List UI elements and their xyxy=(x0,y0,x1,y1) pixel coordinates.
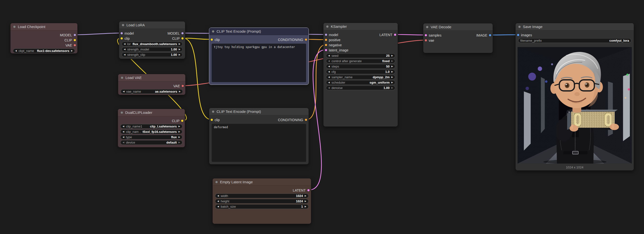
MODEL-output-slot[interactable] xyxy=(74,34,76,36)
widget-filename-prefix[interactable]: filename_prefixcomfyui_lora xyxy=(518,38,631,43)
increment-arrow-icon[interactable]: ▶ xyxy=(305,206,306,208)
widget-sampler-name[interactable]: ◀sampler_namedpmpp_2m▶ xyxy=(326,75,395,79)
increment-arrow-icon[interactable]: ▶ xyxy=(391,87,393,89)
increment-arrow-icon[interactable]: ▶ xyxy=(391,71,393,73)
decrement-arrow-icon[interactable]: ◀ xyxy=(217,206,219,208)
collapse-dot[interactable] xyxy=(212,110,214,113)
clip-input-slot[interactable] xyxy=(211,119,213,121)
increment-arrow-icon[interactable]: ▶ xyxy=(179,48,180,50)
widget-clip-name1[interactable]: ◀clip_name1clip_l.safetensors▶ xyxy=(120,124,182,129)
widget-scheduler[interactable]: ◀schedulersgm_uniform▶ xyxy=(326,80,395,85)
widget-batch-size[interactable]: ◀batch_size1▶ xyxy=(215,204,308,209)
collapse-dot[interactable] xyxy=(426,26,428,28)
decrement-arrow-icon[interactable]: ◀ xyxy=(122,136,124,138)
images-input-slot[interactable] xyxy=(517,34,519,36)
node-load-checkpoint[interactable]: Load CheckpointMODELCLIPVAE◀ckpt_nameflu… xyxy=(10,23,78,54)
decrement-arrow-icon[interactable]: ◀ xyxy=(328,71,330,73)
collapse-dot[interactable] xyxy=(326,25,328,28)
widget-width[interactable]: ◀width1024▶ xyxy=(215,194,308,198)
collapse-dot[interactable] xyxy=(212,30,214,33)
vae-input-slot[interactable] xyxy=(425,39,427,41)
widget-denoise[interactable]: ◀denoise1.00▶ xyxy=(326,86,395,90)
CLIP-output-slot[interactable] xyxy=(181,120,183,122)
model-input-slot[interactable] xyxy=(325,34,327,36)
widget-strength-clip[interactable]: ◀strength_clip1.00▶ xyxy=(122,52,182,57)
node-clip-negative[interactable]: CLIP Text Encode (Prompt)clipCONDITIONIN… xyxy=(209,108,309,165)
decrement-arrow-icon[interactable]: ◀ xyxy=(15,50,17,52)
samples-input-slot[interactable] xyxy=(425,34,427,36)
decrement-arrow-icon[interactable]: ◀ xyxy=(328,81,330,84)
collapse-dot[interactable] xyxy=(215,181,218,183)
widget-cfg[interactable]: ◀cfg1.0▶ xyxy=(326,69,395,74)
widget-lor-[interactable]: ◀lor ...flux_dreambooth.safetensors▶ xyxy=(122,42,182,46)
node-load-vae[interactable]: Load VAEVAE◀vae_nameae.safetensors▶ xyxy=(118,74,186,95)
node-ksampler[interactable]: KSamplermodelLATENTpositivenegativelaten… xyxy=(323,23,398,127)
increment-arrow-icon[interactable]: ▶ xyxy=(178,131,180,133)
clip-input-slot[interactable] xyxy=(120,37,123,39)
collapse-dot[interactable] xyxy=(518,25,521,28)
increment-arrow-icon[interactable]: ▶ xyxy=(391,81,393,84)
increment-arrow-icon[interactable]: ▶ xyxy=(178,136,180,138)
decrement-arrow-icon[interactable]: ◀ xyxy=(124,48,126,50)
increment-arrow-icon[interactable]: ▶ xyxy=(178,141,180,144)
prompt-textarea[interactable]: deformed xyxy=(212,124,306,162)
decrement-arrow-icon[interactable]: ◀ xyxy=(328,76,330,78)
increment-arrow-icon[interactable]: ▶ xyxy=(179,54,180,56)
CONDITIONING-output-slot[interactable] xyxy=(305,119,307,121)
collapse-dot[interactable] xyxy=(122,24,124,26)
decrement-arrow-icon[interactable]: ◀ xyxy=(122,125,124,127)
widget-vae-name[interactable]: ◀vae_nameae.safetensors▶ xyxy=(120,89,183,94)
decrement-arrow-icon[interactable]: ◀ xyxy=(328,60,330,62)
decrement-arrow-icon[interactable]: ◀ xyxy=(328,55,330,57)
increment-arrow-icon[interactable]: ▶ xyxy=(178,125,180,127)
negative-input-slot[interactable] xyxy=(325,44,327,46)
prompt-textarea[interactable]: tjtoy toy holding sparkgpu gpu in a data… xyxy=(212,44,306,82)
node-save-image[interactable]: Save Imageimagesfilename_prefixcomfyui_l… xyxy=(515,23,634,171)
increment-arrow-icon[interactable]: ▶ xyxy=(391,65,393,67)
decrement-arrow-icon[interactable]: ◀ xyxy=(217,195,219,197)
increment-arrow-icon[interactable]: ▶ xyxy=(179,43,180,45)
VAE-output-slot[interactable] xyxy=(182,85,184,87)
node-empty-latent[interactable]: Empty Latent ImageLATENT◀width1024▶◀heig… xyxy=(212,178,311,224)
comfyui-canvas[interactable]: { "app": {"title": "ComfyUI Workflow"}, … xyxy=(0,0,644,234)
collapse-dot[interactable] xyxy=(121,76,123,79)
latent_image-input-slot[interactable] xyxy=(325,49,327,51)
increment-arrow-icon[interactable]: ▶ xyxy=(71,50,73,52)
IMAGE-output-slot[interactable] xyxy=(489,34,491,36)
widget-seed[interactable]: ◀seed25▶ xyxy=(326,53,395,58)
decrement-arrow-icon[interactable]: ◀ xyxy=(124,43,126,45)
decrement-arrow-icon[interactable]: ◀ xyxy=(124,54,126,56)
widget-clip-nam-[interactable]: ◀clip_nam ...t5xxl_fp16.safetensors▶ xyxy=(120,129,182,134)
LATENT-output-slot[interactable] xyxy=(394,34,396,36)
widget-strength-model[interactable]: ◀strength_model1.00▶ xyxy=(122,47,182,52)
decrement-arrow-icon[interactable]: ◀ xyxy=(123,90,124,93)
decrement-arrow-icon[interactable]: ◀ xyxy=(328,65,330,67)
collapse-dot[interactable] xyxy=(120,111,123,114)
widget-type[interactable]: ◀typeflux▶ xyxy=(120,135,182,139)
decrement-arrow-icon[interactable]: ◀ xyxy=(328,87,330,89)
MODEL-output-slot[interactable] xyxy=(182,32,184,34)
decrement-arrow-icon[interactable]: ◀ xyxy=(122,141,124,144)
increment-arrow-icon[interactable]: ▶ xyxy=(391,60,393,62)
decrement-arrow-icon[interactable]: ◀ xyxy=(217,200,219,202)
widget-ckpt-name[interactable]: ◀ckpt_nameflux1-dev.safetensors▶ xyxy=(13,48,75,53)
node-vae-decode[interactable]: VAE DecodesamplesIMAGEvae xyxy=(423,23,493,53)
node-load-lora[interactable]: Load LoRAmodelMODELclipCLIP◀lor ...flux_… xyxy=(119,21,185,59)
widget-steps[interactable]: ◀steps50▶ xyxy=(326,64,395,69)
widget-height[interactable]: ◀height1024▶ xyxy=(215,199,308,204)
CONDITIONING-output-slot[interactable] xyxy=(305,38,307,41)
model-input-slot[interactable] xyxy=(120,32,123,34)
positive-input-slot[interactable] xyxy=(325,39,327,41)
node-dual-clip-loader[interactable]: DualCLIPLoaderCLIP◀clip_name1clip_l.safe… xyxy=(118,109,185,148)
increment-arrow-icon[interactable]: ▶ xyxy=(179,90,181,93)
clip-input-slot[interactable] xyxy=(211,38,213,41)
widget-device[interactable]: ◀devicedefault▶ xyxy=(120,140,182,145)
increment-arrow-icon[interactable]: ▶ xyxy=(391,55,393,57)
VAE-output-slot[interactable] xyxy=(74,44,76,46)
widget-control-after-generate[interactable]: ◀control after generatefixed▶ xyxy=(326,59,395,63)
increment-arrow-icon[interactable]: ▶ xyxy=(391,76,393,78)
CLIP-output-slot[interactable] xyxy=(74,39,76,41)
node-clip-positive[interactable]: CLIP Text Encode (Prompt)clipCONDITIONIN… xyxy=(209,27,309,85)
LATENT-output-slot[interactable] xyxy=(307,189,310,191)
increment-arrow-icon[interactable]: ▶ xyxy=(305,195,306,197)
